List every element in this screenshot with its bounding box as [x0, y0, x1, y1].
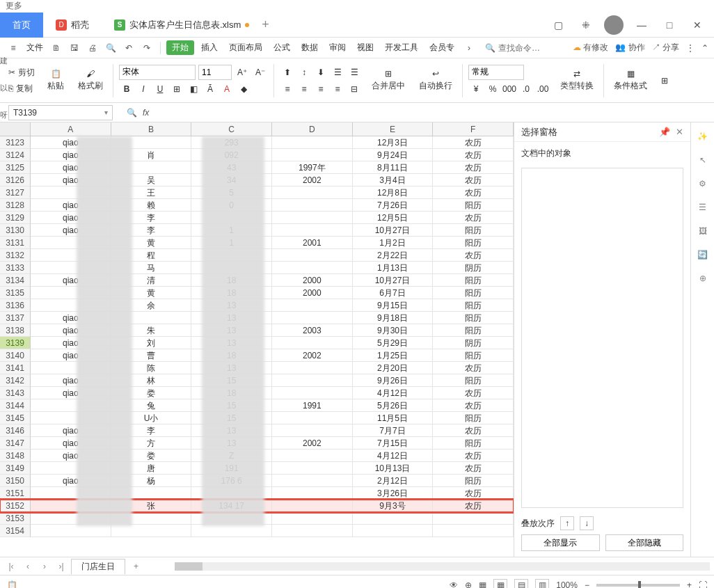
decrease-font-icon[interactable]: A⁻: [253, 65, 268, 80]
cell[interactable]: 农历: [433, 487, 514, 500]
row-header[interactable]: 3141: [0, 362, 31, 374]
cell[interactable]: 9月26日: [353, 374, 434, 387]
command-search-input[interactable]: [498, 43, 540, 53]
menu-more-icon[interactable]: ›: [461, 40, 477, 56]
sheet-last-icon[interactable]: ›|: [54, 562, 68, 571]
cell[interactable]: 阳历: [433, 412, 514, 424]
row-header[interactable]: 3128: [0, 199, 31, 212]
target-icon[interactable]: ⊕: [465, 580, 472, 589]
row-header[interactable]: 3149: [0, 462, 31, 475]
cell[interactable]: 2000: [272, 287, 353, 299]
font-color-button[interactable]: A: [219, 81, 235, 97]
indent-left-icon[interactable]: ☰: [330, 65, 345, 80]
cell[interactable]: 阴历: [433, 262, 514, 274]
font-select[interactable]: [119, 65, 196, 80]
cell[interactable]: 5月29日: [353, 337, 434, 349]
row-header[interactable]: 3146: [0, 424, 31, 437]
cell[interactable]: [272, 462, 353, 475]
col-header[interactable]: B: [111, 122, 192, 136]
zoom-out-button[interactable]: −: [585, 580, 589, 589]
cell[interactable]: 7月7日: [353, 424, 434, 437]
row-header[interactable]: 3129: [0, 212, 31, 224]
indent-right-icon[interactable]: ☰: [347, 65, 362, 80]
cell[interactable]: 阳历: [433, 349, 514, 362]
pin-icon[interactable]: 📌: [659, 127, 670, 137]
share-link[interactable]: ↗ 分享: [652, 42, 679, 54]
cell[interactable]: 3月26日: [353, 487, 434, 500]
grid-icon[interactable]: ▦: [479, 580, 486, 589]
cell[interactable]: [111, 525, 192, 537]
replace-icon[interactable]: 🔄: [696, 248, 710, 262]
col-header[interactable]: A: [31, 122, 111, 136]
cell[interactable]: [353, 512, 434, 525]
cell[interactable]: [272, 424, 353, 437]
cell[interactable]: 农历: [433, 136, 514, 149]
cell[interactable]: 阳历: [433, 224, 514, 237]
col-header[interactable]: F: [433, 122, 514, 136]
apps-icon[interactable]: ⁜: [576, 15, 596, 35]
cell[interactable]: [433, 525, 514, 537]
table-style-button[interactable]: ⊞: [657, 76, 672, 86]
row-header[interactable]: 3139: [0, 337, 31, 349]
cell[interactable]: [272, 337, 353, 349]
cell[interactable]: 农历: [433, 424, 514, 437]
row-header[interactable]: 3153: [0, 512, 31, 525]
font-style-button[interactable]: Ā: [203, 81, 218, 97]
cell[interactable]: 阳历: [433, 437, 514, 450]
cell[interactable]: 农历: [433, 249, 514, 262]
outline-icon[interactable]: ☰: [696, 200, 710, 214]
menu-data[interactable]: 数据: [297, 42, 322, 54]
zoom-in-button[interactable]: +: [687, 580, 692, 589]
horizontal-scrollbar[interactable]: [175, 562, 710, 571]
menu-dev-tools[interactable]: 开发工具: [381, 42, 422, 54]
copy-button[interactable]: ⎘复制: [6, 81, 38, 96]
cell[interactable]: 阳历: [433, 475, 514, 487]
underline-button[interactable]: U: [152, 81, 168, 97]
row-header[interactable]: 3147: [0, 437, 31, 450]
row-header[interactable]: 3144: [0, 399, 31, 412]
preview-icon[interactable]: 🔍: [103, 40, 118, 56]
cell[interactable]: [272, 249, 353, 262]
settings-icon[interactable]: ⚙: [696, 177, 710, 191]
help-icon[interactable]: ⊕: [696, 271, 710, 285]
format-painter-button[interactable]: 🖌格式刷: [74, 69, 107, 92]
cell[interactable]: [272, 186, 353, 199]
cell[interactable]: [433, 512, 514, 525]
cell[interactable]: 阴历: [433, 337, 514, 349]
cell[interactable]: [272, 512, 353, 525]
align-top-icon[interactable]: ⬆: [280, 65, 295, 80]
more-menu-icon[interactable]: ⋮: [686, 43, 695, 53]
normal-view-button[interactable]: ▦: [493, 579, 507, 589]
col-header[interactable]: D: [272, 122, 353, 136]
cell[interactable]: 农历: [433, 149, 514, 161]
select-icon[interactable]: ↖: [696, 153, 710, 167]
avatar[interactable]: [604, 15, 624, 35]
cell[interactable]: 阳历: [433, 312, 514, 324]
cell[interactable]: [272, 500, 353, 512]
cell[interactable]: 12月3日: [353, 136, 434, 149]
row-header[interactable]: 3126: [0, 174, 31, 186]
cell[interactable]: 农历: [433, 387, 514, 399]
cell[interactable]: 7月26日: [353, 199, 434, 212]
cell[interactable]: 12月8日: [353, 186, 434, 199]
split-view-button[interactable]: ▥: [535, 579, 549, 589]
cell[interactable]: [272, 450, 353, 462]
row-header[interactable]: 3148: [0, 450, 31, 462]
cell[interactable]: 农历: [433, 212, 514, 224]
cell[interactable]: [272, 149, 353, 161]
close-pane-icon[interactable]: ✕: [676, 127, 683, 137]
cell[interactable]: 10月27日: [353, 224, 434, 237]
redo-icon[interactable]: ↷: [139, 40, 154, 56]
cell[interactable]: 2000: [272, 274, 353, 287]
tab-docer[interactable]: D稻壳: [43, 13, 102, 38]
percent-icon[interactable]: %: [485, 81, 500, 97]
align-right-icon[interactable]: ≡: [313, 81, 328, 97]
cell[interactable]: 农历: [433, 462, 514, 475]
cell[interactable]: [272, 487, 353, 500]
sheet-prev-icon[interactable]: ‹: [21, 562, 35, 571]
cell[interactable]: [272, 412, 353, 424]
cell[interactable]: 4月12日: [353, 450, 434, 462]
cell[interactable]: 3月4日: [353, 174, 434, 186]
cell[interactable]: [272, 312, 353, 324]
show-all-button[interactable]: 全部显示: [521, 534, 600, 551]
